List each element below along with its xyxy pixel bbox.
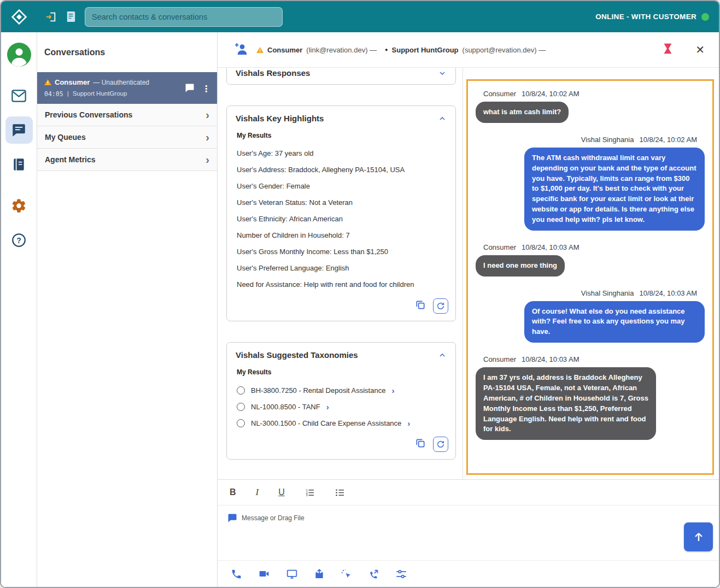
taxonomy-label: NL-3000.1500 - Child Care Expense Assist… [251, 419, 401, 427]
conversation-chat-icon[interactable] [185, 83, 195, 95]
message-time: 10/8/24, 10:03 AM [522, 355, 579, 363]
refresh-icon [436, 440, 445, 449]
bold-button[interactable]: B [230, 487, 236, 497]
sidebar-item-my-queues[interactable]: My Queues › [37, 126, 217, 149]
screen-share-button[interactable] [286, 568, 298, 580]
chevron-right-icon: › [206, 132, 209, 143]
directory-book-icon[interactable] [65, 10, 77, 23]
sidebar-item-settings[interactable] [5, 192, 33, 219]
hourglass-icon[interactable] [663, 43, 672, 56]
conversation-item-selected[interactable]: Consumer — Unauthenticated 04:05 | Suppo… [37, 72, 217, 104]
italic-button[interactable]: I [256, 487, 259, 498]
conversations-title: Conversations [37, 32, 217, 72]
sidebar-item-inbox[interactable] [5, 82, 33, 109]
highlight-item: User's Age: 37 years old [237, 145, 447, 162]
bullet-list-button[interactable] [335, 487, 345, 498]
chevron-down-icon[interactable] [438, 69, 447, 78]
highlight-item: User's Preferred Language: English [237, 260, 447, 277]
content-area: Vishals Responses Vishals Key Highlights [218, 68, 719, 479]
transcript-scroll-area[interactable]: Consumer 10/8/24, 10:02 AM what is atm c… [466, 79, 714, 475]
sidebar-item-agent-metrics[interactable]: Agent Metrics › [37, 149, 217, 171]
arrow-up-icon [692, 531, 705, 544]
chevron-right-icon: › [206, 109, 209, 120]
conversation-status: — Unauthenticated [93, 79, 149, 86]
call-actions-toolbar [218, 561, 719, 587]
conversation-header: Consumer (link@revation.dev) — ● Support… [218, 32, 719, 68]
highlight-item: Need for Assistance: Help with rent and … [237, 277, 447, 293]
conversation-name: Consumer [55, 78, 90, 86]
cards-scroll-area[interactable]: Vishals Responses Vishals Key Highlights [218, 68, 463, 479]
warning-icon [256, 47, 264, 53]
results-subtitle: My Results [237, 368, 447, 376]
kebab-menu-icon[interactable]: ⋮ [202, 85, 210, 93]
refresh-button[interactable] [433, 437, 448, 452]
participant-consumer-name: Consumer [267, 46, 302, 54]
sidebar-item-previous-conversations[interactable]: Previous Conversations › [37, 104, 217, 126]
message-time: 10/8/24, 10:03 AM [522, 243, 579, 251]
app-body: ? Conversations Consumer — Unauthentica [1, 32, 719, 587]
journal-icon [12, 157, 26, 172]
sidebar-item-conversations[interactable] [5, 116, 33, 144]
chat-message: Consumer 10/8/24, 10:03 AM I am 37 yrs o… [476, 355, 705, 440]
format-toolbar: B I U 1 2 3 [218, 480, 719, 505]
radio-button[interactable] [237, 386, 245, 395]
chevron-right-icon: › [206, 154, 209, 165]
cobrowse-button[interactable] [341, 568, 352, 580]
gear-icon [11, 198, 27, 214]
key-highlights-card: Vishals Key Highlights My Results User's… [226, 105, 456, 321]
sidebar-item-help[interactable]: ? [5, 226, 33, 254]
envelope-icon [11, 89, 26, 103]
message-time: 10/8/24, 10:03 AM [639, 289, 697, 297]
taxonomies-card: Vishals Suggested Taxonomies My Results … [226, 342, 456, 460]
message-input-area[interactable]: Message or Drag File [218, 505, 719, 561]
participant-agent-name: Support HuntGroup [392, 46, 459, 54]
copy-icon[interactable] [415, 438, 426, 451]
search-input[interactable] [92, 13, 276, 21]
participant-consumer-detail: (link@revation.dev) — [306, 46, 377, 54]
message-placeholder: Message or Drag File [242, 514, 305, 522]
call-transfer-button[interactable] [368, 568, 379, 580]
underline-button[interactable]: U [278, 487, 285, 497]
conversations-panel: Conversations Consumer — Unauthenticated… [37, 32, 218, 587]
row-label: Previous Conversations [45, 110, 132, 119]
settings-sliders-button[interactable] [395, 568, 407, 580]
key-highlights-header[interactable]: Vishals Key Highlights [227, 106, 455, 130]
sidebar-item-contacts[interactable] [5, 151, 33, 178]
responses-card-header[interactable]: Vishals Responses [227, 68, 455, 84]
phone-call-button[interactable] [231, 568, 242, 580]
chevron-up-icon[interactable] [438, 351, 447, 360]
sign-in-icon[interactable] [44, 11, 57, 23]
chevron-right-icon[interactable]: › [407, 419, 410, 427]
message-sender: Consumer [483, 90, 516, 98]
diamond-logo-icon [11, 9, 27, 25]
taxonomy-option[interactable]: BH-3800.7250 - Rental Deposit Assistance… [237, 382, 447, 398]
taxonomy-option[interactable]: NL-3000.1500 - Child Care Expense Assist… [237, 415, 447, 431]
highlight-item: User's Ethnicity: African American [237, 211, 447, 227]
app-window: ONLINE - WITH CUSTOMER [0, 0, 720, 588]
video-call-button[interactable] [258, 568, 270, 579]
copy-icon[interactable] [415, 299, 426, 313]
chevron-right-icon[interactable]: › [391, 386, 394, 395]
add-participant-button[interactable] [234, 43, 249, 57]
file-share-button[interactable] [314, 568, 325, 580]
status-badge[interactable]: ONLINE - WITH CUSTOMER [595, 13, 709, 21]
separator: | [67, 90, 69, 98]
main-area: Consumer (link@revation.dev) — ● Support… [218, 32, 719, 587]
close-icon[interactable]: ✕ [695, 44, 705, 55]
refresh-button[interactable] [433, 298, 448, 314]
profile-avatar[interactable] [5, 41, 33, 68]
taxonomy-option[interactable]: NL-1000.8500 - TANF › [237, 398, 447, 415]
taxonomies-header[interactable]: Vishals Suggested Taxonomies [227, 343, 455, 366]
send-button[interactable] [684, 522, 713, 551]
message-bubble: Of course! What else do you need assista… [524, 301, 705, 343]
conversation-info: Consumer — Unauthenticated 04:05 | Suppo… [44, 78, 185, 98]
chevron-right-icon[interactable]: › [326, 403, 329, 411]
warning-icon [44, 79, 51, 85]
radio-button[interactable] [237, 403, 245, 411]
online-dot-icon [701, 13, 709, 21]
status-text: ONLINE - WITH CUSTOMER [595, 13, 696, 21]
chevron-up-icon[interactable] [438, 114, 447, 123]
ordered-list-button[interactable]: 1 2 3 [305, 487, 315, 498]
highlight-item: User's Veteran Status: Not a Veteran [237, 195, 447, 211]
radio-button[interactable] [237, 419, 245, 427]
